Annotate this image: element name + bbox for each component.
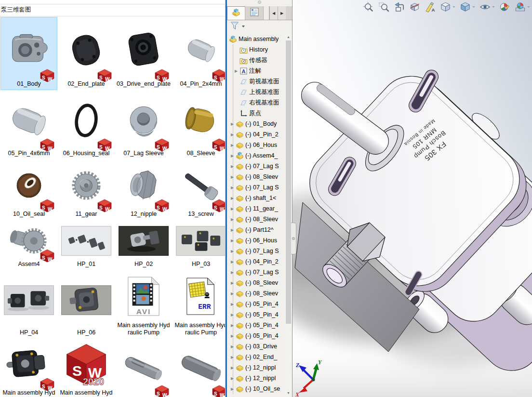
tree-scrollbar[interactable]: ▲ ▼	[285, 34, 292, 397]
toolbar-apply-scene-button[interactable]	[515, 1, 530, 13]
expander-arrow-icon[interactable]: ▶	[229, 291, 236, 296]
filter-dropdown-caret[interactable]	[242, 26, 245, 27]
expander-arrow-icon[interactable]: ▶	[229, 207, 236, 211]
tree-item-component-03-drive[interactable]: ▶(-) 03_Drive	[227, 341, 285, 352]
tree-item-component-08-sleev[interactable]: ▶(-) 08_Sleev	[227, 278, 285, 288]
file-item-shaft[interactable]: SWshaft	[116, 338, 172, 397]
tree-item-component-08-sleev[interactable]: ▶(-) 08_Sleev	[227, 214, 285, 225]
expander-arrow-icon[interactable]: ▶	[229, 185, 236, 190]
file-item-08-sleeve[interactable]: SW08_Sleeve	[173, 90, 226, 159]
toolbar-hide-show-items-button[interactable]	[479, 1, 495, 13]
tree-item-component-12-nippl[interactable]: ▶(-) 12_nippl	[227, 362, 285, 373]
dropdown-caret-icon[interactable]	[492, 6, 495, 8]
filter-funnel-icon[interactable]	[230, 21, 241, 32]
expander-arrow-icon[interactable]: ▶	[229, 355, 236, 359]
tree-item-component-07-lag-s[interactable]: ▶(-) 07_Lag S	[227, 182, 285, 193]
tree-item-component-06-hous[interactable]: ▶(-) 06_Hous	[227, 235, 285, 246]
pump-3d-model[interactable]: FX 305 Bosch Pump MNR 105 Made in Bosnia…	[293, 0, 532, 397]
tree-item-上视基准面[interactable]: 上视基准面	[227, 87, 285, 97]
tab-hidden-partial[interactable]	[264, 6, 269, 20]
tree-item-component-01-body[interactable]: ▶(-) 01_Body	[227, 119, 285, 129]
toolbar-view-orientation-button[interactable]	[440, 1, 455, 13]
dropdown-caret-icon[interactable]	[452, 6, 455, 8]
tree-item-component-shaft-1[interactable]: ▶(-) shaft_1<	[227, 193, 285, 203]
tab-feature-tree[interactable]	[227, 6, 245, 20]
tree-item-component-10-oil-se[interactable]: ▶(-) 10_Oil_se	[227, 384, 285, 394]
tree-item-component-assem4[interactable]: ▶(-) Assem4_	[227, 150, 285, 161]
tree-item-component-05-pin-4[interactable]: ▶(-) 05_Pin_4	[227, 331, 285, 341]
file-item-07-lag-sleeve[interactable]: SW07_Lag Sleeve	[116, 90, 172, 159]
tree-item-component-item[interactable]: ▶	[227, 394, 285, 397]
tree-item-component-05-pin-4[interactable]: ▶(-) 05_Pin_4	[227, 309, 285, 320]
tree-item-原点[interactable]: 原点	[227, 108, 285, 119]
panel-splitter-handle[interactable]	[291, 223, 296, 254]
tree-item-component-06-hous[interactable]: ▶(-) 06_Hous	[227, 140, 285, 150]
tab-scroll-right-button[interactable]: ▶	[278, 6, 286, 20]
toolbar-zoom-to-area-button[interactable]	[378, 1, 389, 13]
toolbar-zoom-to-fit-button[interactable]	[363, 1, 374, 13]
tree-item-component-08-sleev[interactable]: ▶(-) 08_Sleev	[227, 172, 285, 182]
tree-item-component-05-pin-4[interactable]: ▶(-) 05_Pin_4	[227, 299, 285, 309]
dropdown-caret-icon[interactable]	[472, 6, 475, 8]
expander-arrow-icon[interactable]: ▶	[233, 69, 239, 73]
tree-item-component-04-pin-2[interactable]: ▶(-) 04_Pin_2	[227, 256, 285, 267]
expander-arrow-icon[interactable]: ▶	[229, 302, 236, 306]
expander-arrow-icon[interactable]: ▶	[229, 313, 236, 317]
file-item-01-body[interactable]: SW01_Body	[1, 17, 57, 90]
file-item-hp-01[interactable]: HP_01	[58, 220, 114, 270]
scrollbar-thumb[interactable]	[286, 40, 291, 324]
file-item-main-assembly-hydraulic-pump[interactable]: SWMain assembly Hydraulic Pump	[1, 338, 57, 397]
file-item-10-oil-seal[interactable]: SW10_Oil_seal	[1, 159, 57, 220]
tree-item-component-07-lag-s[interactable]: ▶(-) 07_Lag S	[227, 246, 285, 256]
expander-arrow-icon[interactable]: ▶	[229, 281, 236, 285]
file-item-02-end-plate[interactable]: SW02_End_plate	[58, 17, 114, 90]
expander-arrow-icon[interactable]: ▶	[229, 154, 236, 158]
expander-arrow-icon[interactable]: ▶	[229, 175, 236, 179]
tree-item-history[interactable]: History	[227, 44, 285, 55]
file-item-shaft-53[interactable]: SWshaft_53	[173, 338, 226, 397]
file-item-03-drive-end-plate[interactable]: SW03_Drive_end_plate	[116, 17, 172, 90]
expander-arrow-icon[interactable]: ▶	[229, 323, 236, 328]
file-item-11-gear[interactable]: SW11_gear	[58, 159, 114, 220]
tree-item-component-08-sleev[interactable]: ▶(-) 08_Sleev	[227, 288, 285, 299]
file-item-05-pin-4x6mm[interactable]: SW05_Pin_4x6mm	[1, 90, 57, 159]
expander-arrow-icon[interactable]: ▶	[229, 249, 236, 253]
expander-arrow-icon[interactable]: ▶	[229, 260, 236, 264]
expander-arrow-icon[interactable]: ▶	[229, 132, 236, 137]
expander-arrow-icon[interactable]: ▶	[229, 164, 236, 169]
tree-item-component-07-lag-s[interactable]: ▶(-) 07_Lag S	[227, 161, 285, 172]
tree-item-component-04-pin-2[interactable]: ▶(-) 04_Pin_2	[227, 129, 285, 140]
expander-arrow-icon[interactable]: ▶	[229, 376, 236, 381]
tab-property-manager[interactable]	[245, 6, 264, 20]
tree-item-component-02-end[interactable]: ▶(-) 02_End_	[227, 352, 285, 362]
expander-arrow-icon[interactable]: ▶	[229, 344, 236, 349]
expander-arrow-icon[interactable]: ▶	[229, 122, 236, 126]
panel-collapse-handle[interactable]	[227, 0, 292, 5]
file-item-assem4[interactable]: SWAssem4	[1, 220, 57, 270]
file-item-12-nipple[interactable]: SW12_nipple	[116, 159, 172, 220]
file-item-main-assembly-hydraulic-pump[interactable]: SW2020Main assembly Hydraulic Pump	[58, 338, 114, 397]
expander-arrow-icon[interactable]: ▶	[229, 228, 236, 232]
file-item-hp-04[interactable]: HP_04	[1, 270, 57, 338]
toolbar-annotation-view-button[interactable]: A	[425, 1, 436, 13]
scroll-up-button[interactable]: ▲	[285, 34, 292, 40]
expander-arrow-icon[interactable]: ▶	[229, 238, 236, 243]
tree-item-传感器[interactable]: 传感器	[227, 55, 285, 66]
graphics-viewport[interactable]: FX 305 Bosch Pump MNR 105 Made in Bosnia…	[293, 0, 532, 397]
toolbar-edit-appearance-button[interactable]	[499, 1, 510, 13]
file-item-06-housing-seal[interactable]: SW06_Housing_seal	[58, 90, 114, 159]
expander-arrow-icon[interactable]: ▶	[229, 217, 236, 222]
tree-item-注解[interactable]: ▶A注解	[227, 66, 285, 76]
tree-root-main-assembly[interactable]: Main assembly	[227, 34, 285, 44]
expander-arrow-icon[interactable]: ▶	[229, 387, 236, 391]
file-item-hp-06[interactable]: HP_06	[58, 270, 114, 338]
toolbar-previous-view-button[interactable]	[394, 1, 405, 13]
expander-arrow-icon[interactable]: ▶	[229, 270, 236, 275]
tree-item-component-11-gear[interactable]: ▶(-) 11_gear_	[227, 203, 285, 214]
file-item-hp-02[interactable]: HP_02	[116, 220, 172, 270]
toolbar-display-style-button[interactable]	[460, 1, 475, 13]
tree-item-component-07-lag-s[interactable]: ▶(-) 07_Lag S	[227, 267, 285, 278]
expander-arrow-icon[interactable]: ▶	[229, 334, 236, 338]
file-item-hp-03[interactable]: HP_03	[173, 220, 226, 270]
dropdown-caret-icon[interactable]	[527, 6, 530, 8]
